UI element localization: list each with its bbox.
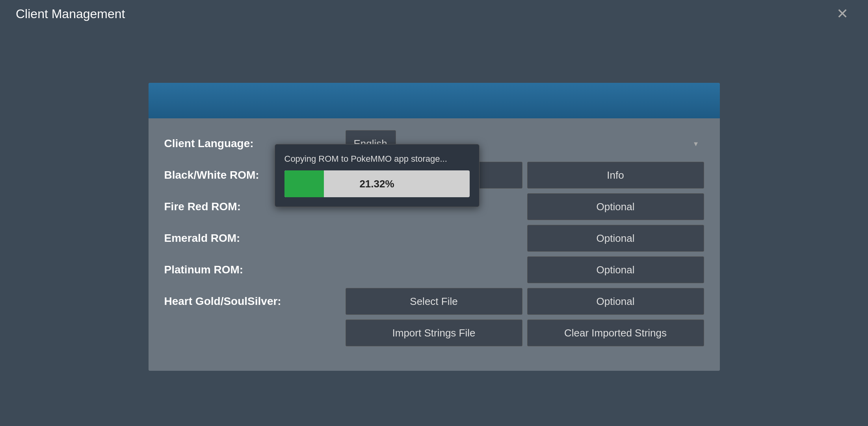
em-rom-controls: Optional [346, 225, 704, 252]
fr-optional-button[interactable]: Optional [527, 193, 704, 220]
strings-controls: Import Strings File Clear Imported Strin… [346, 320, 704, 346]
bw-info-button[interactable]: Info [527, 162, 704, 189]
pl-rom-row: Platinum ROM: Optional [164, 256, 704, 283]
progress-percent-label: 21.32% [359, 178, 394, 190]
title-bar: Client Management ✕ [0, 0, 868, 28]
main-window: Client Management ✕ Client Language: Eng… [0, 0, 868, 426]
hgss-rom-label: Heart Gold/SoulSilver: [164, 295, 346, 308]
close-button[interactable]: ✕ [833, 4, 852, 24]
progress-popup: Copying ROM to PokeMMO app storage... 21… [275, 144, 480, 207]
progress-message: Copying ROM to PokeMMO app storage... [284, 154, 470, 164]
dialog-box: Client Language: English Black/White ROM… [149, 83, 720, 371]
em-rom-row: Emerald ROM: Optional [164, 225, 704, 252]
hgss-optional-button[interactable]: Optional [527, 288, 704, 315]
clear-strings-button[interactable]: Clear Imported Strings [527, 320, 704, 346]
content-area: Client Language: English Black/White ROM… [0, 28, 868, 426]
strings-row: Import Strings File Clear Imported Strin… [346, 320, 704, 346]
progress-bar-fill [284, 170, 324, 197]
pl-rom-controls: Optional [346, 256, 704, 283]
em-rom-label: Emerald ROM: [164, 232, 346, 245]
hgss-select-file-button[interactable]: Select File [346, 288, 522, 315]
import-strings-button[interactable]: Import Strings File [346, 320, 522, 346]
pl-optional-button[interactable]: Optional [527, 256, 704, 283]
hgss-rom-row: Heart Gold/SoulSilver: Select File Optio… [164, 288, 704, 315]
progress-bar-container: 21.32% [284, 170, 470, 197]
dialog-header [149, 83, 720, 118]
hgss-rom-controls: Select File Optional [346, 288, 704, 315]
window-title: Client Management [16, 7, 125, 21]
pl-rom-label: Platinum ROM: [164, 263, 346, 276]
em-optional-button[interactable]: Optional [527, 225, 704, 252]
